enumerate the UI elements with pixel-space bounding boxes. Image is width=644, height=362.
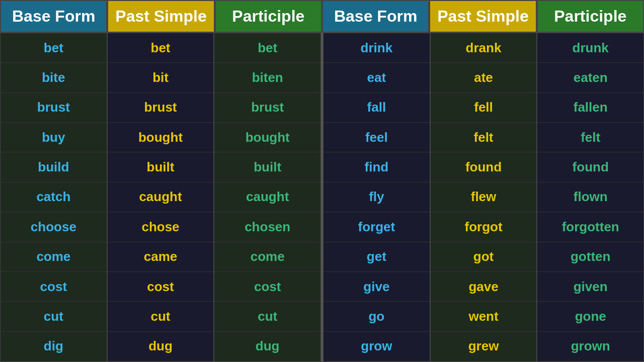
column-3: drinkeatfallfeelfindflyforgetgetgivegogr… [323,33,430,362]
cell-5-1: eaten [537,63,643,93]
cell-5-7: gotten [537,242,643,272]
cell-2-5: caught [214,183,320,212]
body-row: betbitebrustbuybuildcatchchoosecomecostc… [0,33,644,362]
cell-5-0: drunk [537,33,643,63]
cell-0-9: cut [1,302,107,331]
cell-2-6: chosen [214,212,320,242]
cell-4-0: drank [431,33,537,63]
cell-1-5: caught [108,183,214,212]
cell-1-1: bit [108,63,214,93]
column-0: betbitebrustbuybuildcatchchoosecomecostc… [0,33,107,362]
cell-3-1: eat [324,63,430,93]
cell-0-8: cost [1,272,107,302]
cell-1-6: chose [108,212,214,242]
cell-1-3: bought [108,123,214,152]
cell-0-0: bet [1,33,107,63]
cell-3-0: drink [324,33,430,63]
cell-3-2: fall [324,93,430,123]
cell-2-2: brust [214,93,320,123]
cell-3-6: forget [324,212,430,242]
cell-4-3: felt [431,123,537,152]
cell-1-7: came [108,242,214,272]
cell-2-1: biten [214,63,320,93]
cell-0-5: catch [1,183,107,212]
cell-2-4: built [214,152,320,182]
cell-5-5: flown [537,183,643,212]
cell-0-4: build [1,152,107,182]
cell-0-7: come [1,242,107,272]
cell-2-7: come [214,242,320,272]
column-4: drankatefellfeltfoundflewforgotgotgavewe… [430,33,537,362]
cell-1-8: cost [108,272,214,302]
cell-3-4: find [324,152,430,182]
cell-5-3: felt [537,123,643,152]
cell-2-0: bet [214,33,320,63]
cell-5-9: gone [537,302,643,331]
cell-5-8: given [537,272,643,302]
header-cell-0: Base Form [0,0,107,33]
cell-2-10: dug [214,332,320,361]
cell-4-9: went [431,302,537,331]
cell-0-3: buy [1,123,107,152]
cell-2-9: cut [214,302,320,331]
cell-4-2: fell [431,93,537,123]
cell-4-4: found [431,152,537,182]
header-cell-5: Participle [537,0,644,33]
header-row: Base FormPast SimpleParticipleBase FormP… [0,0,644,33]
header-cell-4: Past Simple [429,0,536,33]
cell-0-10: dig [1,332,107,361]
cell-0-6: choose [1,212,107,242]
cell-4-7: got [431,242,537,272]
cell-1-4: built [108,152,214,182]
cell-1-0: bet [108,33,214,63]
cell-3-5: fly [324,183,430,212]
column-5: drunkeatenfallenfeltfoundflownforgotteng… [537,33,644,362]
cell-5-4: found [537,152,643,182]
cell-3-3: feel [324,123,430,152]
header-cell-2: Participle [215,0,322,33]
cell-4-6: forgot [431,212,537,242]
column-1: betbitbrustboughtbuiltcaughtchosecamecos… [107,33,214,362]
cell-3-9: go [324,302,430,331]
cell-3-8: give [324,272,430,302]
cell-4-5: flew [431,183,537,212]
cell-4-8: gave [431,272,537,302]
cell-0-1: bite [1,63,107,93]
cell-5-6: forgotten [537,212,643,242]
cell-1-2: brust [108,93,214,123]
cell-3-10: grow [324,332,430,361]
cell-1-9: cut [108,302,214,331]
cell-5-2: fallen [537,93,643,123]
cell-2-8: cost [214,272,320,302]
cell-3-7: get [324,242,430,272]
cell-0-2: brust [1,93,107,123]
header-cell-3: Base Form [322,0,429,33]
header-cell-1: Past Simple [107,0,214,33]
cell-4-10: grew [431,332,537,361]
column-2: betbitenbrustboughtbuiltcaughtchosencome… [214,33,321,362]
cell-2-3: bought [214,123,320,152]
cell-5-10: grown [537,332,643,361]
main-table: Base FormPast SimpleParticipleBase FormP… [0,0,644,362]
cell-4-1: ate [431,63,537,93]
cell-1-10: dug [108,332,214,361]
